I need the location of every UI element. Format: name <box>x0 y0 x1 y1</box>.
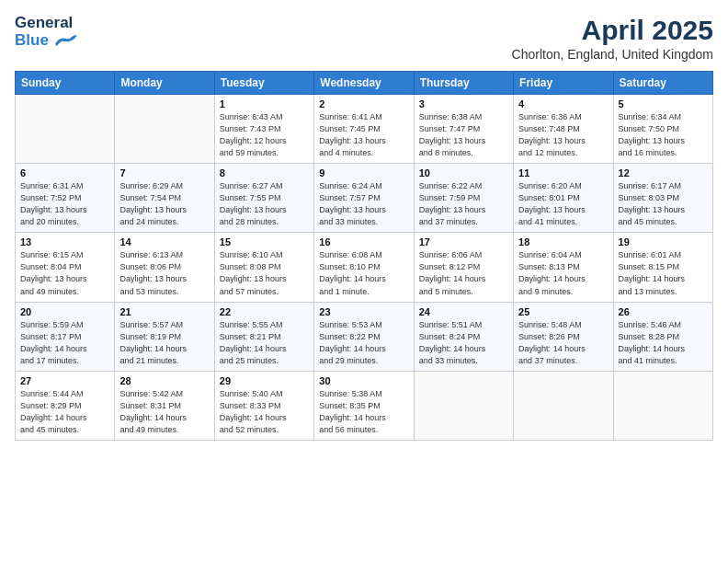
day-number: 24 <box>419 306 508 317</box>
day-info: Sunrise: 6:43 AM Sunset: 7:43 PM Dayligh… <box>220 111 309 159</box>
calendar-cell: 2Sunrise: 6:41 AM Sunset: 7:45 PM Daylig… <box>314 95 414 164</box>
calendar-cell: 9Sunrise: 6:24 AM Sunset: 7:57 PM Daylig… <box>314 164 414 233</box>
day-info: Sunrise: 6:22 AM Sunset: 7:59 PM Dayligh… <box>419 180 508 228</box>
weekday-header: Monday <box>115 72 214 95</box>
weekday-header: Sunday <box>16 72 115 95</box>
calendar-cell: 27Sunrise: 5:44 AM Sunset: 8:29 PM Dayli… <box>16 371 115 440</box>
day-number: 11 <box>518 167 608 178</box>
calendar-cell: 16Sunrise: 6:08 AM Sunset: 8:10 PM Dayli… <box>314 233 414 302</box>
day-number: 8 <box>220 167 309 178</box>
day-info: Sunrise: 6:29 AM Sunset: 7:54 PM Dayligh… <box>119 180 209 228</box>
month-title: April 2025 <box>512 15 713 45</box>
calendar-week-row: 27Sunrise: 5:44 AM Sunset: 8:29 PM Dayli… <box>16 371 713 440</box>
day-number: 22 <box>220 306 309 317</box>
day-number: 17 <box>419 236 508 247</box>
day-number: 21 <box>119 306 209 317</box>
page: General Blue April 2025 Chorlton, Englan… <box>0 0 728 563</box>
logo: General Blue <box>15 15 77 49</box>
day-number: 3 <box>419 98 508 109</box>
calendar-header-row: SundayMondayTuesdayWednesdayThursdayFrid… <box>16 72 713 95</box>
header: General Blue April 2025 Chorlton, Englan… <box>15 15 713 62</box>
calendar-table: SundayMondayTuesdayWednesdayThursdayFrid… <box>15 71 713 441</box>
calendar-cell: 8Sunrise: 6:27 AM Sunset: 7:55 PM Daylig… <box>214 164 313 233</box>
day-number: 5 <box>619 98 708 109</box>
day-info: Sunrise: 6:20 AM Sunset: 8:01 PM Dayligh… <box>518 180 608 228</box>
day-number: 28 <box>119 375 209 386</box>
day-number: 23 <box>319 306 408 317</box>
calendar-cell: 4Sunrise: 6:36 AM Sunset: 7:48 PM Daylig… <box>514 95 613 164</box>
day-info: Sunrise: 6:08 AM Sunset: 8:10 PM Dayligh… <box>319 249 408 297</box>
calendar-cell: 14Sunrise: 6:13 AM Sunset: 8:06 PM Dayli… <box>115 233 214 302</box>
calendar-cell: 29Sunrise: 5:40 AM Sunset: 8:33 PM Dayli… <box>214 371 313 440</box>
calendar-cell: 13Sunrise: 6:15 AM Sunset: 8:04 PM Dayli… <box>16 233 115 302</box>
logo-text: General Blue <box>15 15 77 49</box>
calendar-cell <box>115 95 214 164</box>
day-info: Sunrise: 6:38 AM Sunset: 7:47 PM Dayligh… <box>419 111 508 159</box>
day-number: 13 <box>20 236 109 247</box>
day-info: Sunrise: 6:41 AM Sunset: 7:45 PM Dayligh… <box>319 111 408 159</box>
calendar-cell: 6Sunrise: 6:31 AM Sunset: 7:52 PM Daylig… <box>16 164 115 233</box>
calendar-week-row: 1Sunrise: 6:43 AM Sunset: 7:43 PM Daylig… <box>16 95 713 164</box>
day-number: 6 <box>20 167 109 178</box>
calendar-cell: 10Sunrise: 6:22 AM Sunset: 7:59 PM Dayli… <box>414 164 513 233</box>
calendar-cell: 7Sunrise: 6:29 AM Sunset: 7:54 PM Daylig… <box>115 164 214 233</box>
day-info: Sunrise: 6:31 AM Sunset: 7:52 PM Dayligh… <box>20 180 109 228</box>
title-block: April 2025 Chorlton, England, United Kin… <box>512 15 713 62</box>
day-number: 14 <box>119 236 209 247</box>
day-info: Sunrise: 6:01 AM Sunset: 8:15 PM Dayligh… <box>619 249 708 297</box>
calendar-cell: 30Sunrise: 5:38 AM Sunset: 8:35 PM Dayli… <box>314 371 414 440</box>
weekday-header: Saturday <box>613 72 712 95</box>
day-info: Sunrise: 5:42 AM Sunset: 8:31 PM Dayligh… <box>119 388 209 436</box>
day-info: Sunrise: 6:15 AM Sunset: 8:04 PM Dayligh… <box>20 249 109 297</box>
weekday-header: Friday <box>514 72 613 95</box>
day-number: 30 <box>319 375 408 386</box>
day-number: 2 <box>319 98 408 109</box>
day-number: 27 <box>20 375 109 386</box>
day-number: 25 <box>518 306 608 317</box>
day-number: 4 <box>518 98 608 109</box>
day-info: Sunrise: 5:40 AM Sunset: 8:33 PM Dayligh… <box>220 388 309 436</box>
calendar-cell <box>613 371 712 440</box>
day-number: 7 <box>119 167 209 178</box>
day-info: Sunrise: 6:13 AM Sunset: 8:06 PM Dayligh… <box>119 249 209 297</box>
day-info: Sunrise: 6:06 AM Sunset: 8:12 PM Dayligh… <box>419 249 508 297</box>
day-number: 15 <box>220 236 309 247</box>
calendar-cell: 22Sunrise: 5:55 AM Sunset: 8:21 PM Dayli… <box>214 302 313 371</box>
calendar-cell: 12Sunrise: 6:17 AM Sunset: 8:03 PM Dayli… <box>613 164 712 233</box>
day-number: 1 <box>220 98 309 109</box>
day-info: Sunrise: 6:24 AM Sunset: 7:57 PM Dayligh… <box>319 180 408 228</box>
calendar-cell: 17Sunrise: 6:06 AM Sunset: 8:12 PM Dayli… <box>414 233 513 302</box>
calendar-cell: 15Sunrise: 6:10 AM Sunset: 8:08 PM Dayli… <box>214 233 313 302</box>
calendar-cell: 28Sunrise: 5:42 AM Sunset: 8:31 PM Dayli… <box>115 371 214 440</box>
day-number: 20 <box>20 306 109 317</box>
day-info: Sunrise: 5:59 AM Sunset: 8:17 PM Dayligh… <box>20 319 109 367</box>
day-info: Sunrise: 5:44 AM Sunset: 8:29 PM Dayligh… <box>20 388 109 436</box>
calendar-cell: 19Sunrise: 6:01 AM Sunset: 8:15 PM Dayli… <box>613 233 712 302</box>
day-info: Sunrise: 6:17 AM Sunset: 8:03 PM Dayligh… <box>619 180 708 228</box>
day-info: Sunrise: 6:27 AM Sunset: 7:55 PM Dayligh… <box>220 180 309 228</box>
calendar-cell <box>16 95 115 164</box>
day-number: 16 <box>319 236 408 247</box>
calendar-cell: 24Sunrise: 5:51 AM Sunset: 8:24 PM Dayli… <box>414 302 513 371</box>
day-number: 12 <box>619 167 708 178</box>
calendar-cell: 26Sunrise: 5:46 AM Sunset: 8:28 PM Dayli… <box>613 302 712 371</box>
day-info: Sunrise: 6:34 AM Sunset: 7:50 PM Dayligh… <box>619 111 708 159</box>
calendar-cell: 18Sunrise: 6:04 AM Sunset: 8:13 PM Dayli… <box>514 233 613 302</box>
day-number: 18 <box>518 236 608 247</box>
day-info: Sunrise: 5:38 AM Sunset: 8:35 PM Dayligh… <box>319 388 408 436</box>
calendar-cell: 5Sunrise: 6:34 AM Sunset: 7:50 PM Daylig… <box>613 95 712 164</box>
calendar-week-row: 20Sunrise: 5:59 AM Sunset: 8:17 PM Dayli… <box>16 302 713 371</box>
day-info: Sunrise: 5:51 AM Sunset: 8:24 PM Dayligh… <box>419 319 508 367</box>
day-info: Sunrise: 6:10 AM Sunset: 8:08 PM Dayligh… <box>220 249 309 297</box>
day-info: Sunrise: 5:48 AM Sunset: 8:26 PM Dayligh… <box>518 319 608 367</box>
day-info: Sunrise: 5:55 AM Sunset: 8:21 PM Dayligh… <box>220 319 309 367</box>
day-info: Sunrise: 5:53 AM Sunset: 8:22 PM Dayligh… <box>319 319 408 367</box>
day-number: 10 <box>419 167 508 178</box>
day-info: Sunrise: 6:36 AM Sunset: 7:48 PM Dayligh… <box>518 111 608 159</box>
day-number: 29 <box>220 375 309 386</box>
day-info: Sunrise: 5:57 AM Sunset: 8:19 PM Dayligh… <box>119 319 209 367</box>
calendar-week-row: 13Sunrise: 6:15 AM Sunset: 8:04 PM Dayli… <box>16 233 713 302</box>
calendar-cell: 23Sunrise: 5:53 AM Sunset: 8:22 PM Dayli… <box>314 302 414 371</box>
day-number: 19 <box>619 236 708 247</box>
calendar-cell: 20Sunrise: 5:59 AM Sunset: 8:17 PM Dayli… <box>16 302 115 371</box>
